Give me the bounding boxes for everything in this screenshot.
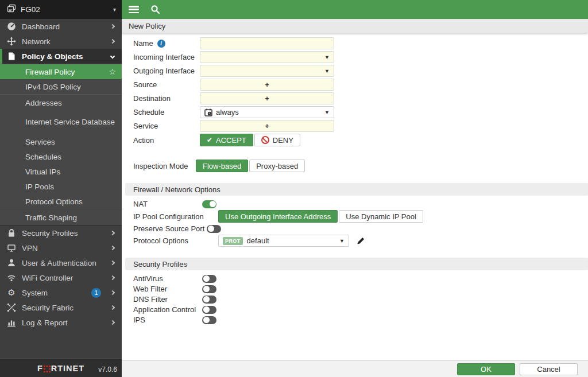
new-policy-form: Name i Incoming Interface ▼ Outgoing Int… — [122, 33, 588, 360]
nat-toggle[interactable] — [202, 200, 216, 208]
fortigate-app: FG02 ▾ Dashboard Network — [0, 0, 588, 377]
ip-pool-dynamic-button[interactable]: Use Dynamic IP Pool — [339, 210, 423, 223]
action-deny-button[interactable]: DENY — [254, 134, 300, 146]
sidebar-item-system[interactable]: ⚙ System 1 — [0, 285, 122, 300]
inspection-proxy-based-button[interactable]: Proxy-based — [249, 160, 305, 172]
gear-icon: ⚙ — [7, 288, 16, 297]
dns-filter-toggle[interactable] — [202, 296, 216, 304]
bar-chart-icon — [7, 318, 16, 327]
schedule-row: Schedule always ▼ — [133, 106, 588, 118]
protocol-options-row: Protocol Options PROT default ▼ — [133, 235, 588, 247]
firmware-version: v7.0.6 — [98, 366, 117, 374]
device-hostname: FG02 — [21, 5, 109, 14]
form-footer: OK Cancel — [122, 360, 588, 377]
outgoing-interface-select[interactable]: ▼ — [200, 65, 334, 77]
sidebar-item-services[interactable]: Services — [0, 134, 122, 149]
protocol-type-badge: PROT — [223, 237, 243, 245]
sidebar-item-vpn[interactable]: VPN — [0, 240, 122, 255]
ips-label: IPS — [133, 316, 200, 324]
sidebar-item-protocol-options[interactable]: Protocol Options — [0, 194, 122, 209]
sidebar-item-internet-service-database[interactable]: Internet Service Database — [0, 110, 122, 134]
outgoing-interface-label: Outgoing Interface — [133, 67, 200, 75]
menu-hamburger-icon[interactable] — [129, 6, 139, 13]
outgoing-interface-row: Outgoing Interface ▼ — [133, 65, 588, 77]
topbar — [122, 0, 588, 19]
ip-pool-row: IP Pool Configuration Use Outgoing Inter… — [133, 210, 588, 223]
action-row: Action ✔ ACCEPT DENY — [133, 134, 588, 146]
service-add-box[interactable]: + — [200, 120, 334, 132]
sidebar-item-virtual-ips[interactable]: Virtual IPs — [0, 164, 122, 179]
policy-objects-icon — [7, 52, 16, 61]
dns-filter-row: DNS Filter — [133, 295, 588, 304]
preserve-source-port-toggle[interactable] — [207, 225, 221, 233]
name-input[interactable] — [200, 37, 334, 49]
sidebar-item-policy-objects[interactable]: Policy & Objects — [0, 49, 122, 64]
inspection-mode-label: Inspection Mode — [133, 162, 196, 170]
destination-row: Destination + — [133, 92, 588, 104]
inspection-flow-based-button[interactable]: Flow-based — [196, 160, 248, 172]
antivirus-toggle[interactable] — [202, 275, 216, 283]
nat-row: NAT — [133, 200, 588, 208]
sidebar-item-security-profiles[interactable]: Security Profiles — [0, 226, 122, 240]
device-caret-icon: ▾ — [113, 6, 116, 13]
main-area: New Policy Name i Incoming Interface ▼ O… — [122, 0, 588, 377]
sidebar: FG02 ▾ Dashboard Network — [0, 0, 122, 377]
sidebar-item-security-fabric[interactable]: Security Fabric — [0, 300, 122, 315]
inspection-mode-row: Inspection Mode Flow-based Proxy-based — [133, 160, 588, 172]
info-icon[interactable]: i — [157, 40, 165, 48]
antivirus-label: AntiVirus — [133, 274, 200, 283]
check-icon: ✔ — [207, 136, 212, 144]
sidebar-item-traffic-shaping[interactable]: Traffic Shaping — [0, 210, 122, 225]
search-icon[interactable] — [150, 5, 160, 14]
protocol-options-select[interactable]: PROT default ▼ — [218, 235, 349, 247]
action-accept-button[interactable]: ✔ ACCEPT — [200, 134, 253, 146]
sidebar-item-ipv4-dos-policy[interactable]: IPv4 DoS Policy — [0, 79, 122, 94]
incoming-interface-row: Incoming Interface ▼ — [133, 51, 588, 63]
fortinet-logo: F RTINET — [37, 364, 84, 373]
plus-icon: + — [265, 80, 269, 89]
dns-filter-label: DNS Filter — [133, 295, 200, 304]
sidebar-item-dashboard[interactable]: Dashboard — [0, 19, 122, 34]
network-icon — [7, 37, 16, 46]
chevron-right-icon — [110, 24, 115, 29]
sidebar-item-firewall-policy[interactable]: Firewall Policy ☆ — [0, 64, 122, 79]
sidebar-item-log-report[interactable]: Log & Report — [0, 315, 122, 330]
ips-toggle[interactable] — [202, 316, 216, 324]
protocol-options-label: Protocol Options — [133, 236, 218, 245]
caret-down-icon: ▼ — [339, 238, 345, 244]
page-title: New Policy — [129, 22, 165, 30]
preserve-source-port-row: Preserve Source Port — [133, 224, 588, 233]
sidebar-item-network[interactable]: Network — [0, 34, 122, 49]
ip-pool-outgoing-button[interactable]: Use Outgoing Interface Address — [218, 210, 338, 223]
destination-add-box[interactable]: + — [200, 92, 334, 104]
security-fabric-icon — [7, 303, 16, 312]
application-control-toggle[interactable] — [202, 306, 216, 314]
service-row: Service + — [133, 120, 588, 132]
schedule-select[interactable]: always ▼ — [200, 106, 334, 118]
sidebar-item-addresses[interactable]: Addresses — [0, 95, 122, 110]
edit-pencil-icon[interactable] — [357, 236, 365, 245]
sidebar-item-schedules[interactable]: Schedules — [0, 149, 122, 164]
source-row: Source + — [133, 79, 588, 91]
favorite-star-icon[interactable]: ☆ — [109, 67, 116, 76]
deny-icon — [261, 136, 269, 144]
sidebar-item-ip-pools[interactable]: IP Pools — [0, 179, 122, 194]
sidebar-item-wifi-controller[interactable]: WiFi Controller — [0, 270, 122, 285]
service-label: Service — [133, 122, 200, 130]
fortinet-logo-o-icon — [44, 365, 51, 372]
application-control-row: Application Control — [133, 305, 588, 314]
incoming-interface-select[interactable]: ▼ — [200, 51, 334, 63]
device-selector[interactable]: FG02 ▾ — [0, 0, 122, 19]
cancel-button[interactable]: Cancel — [520, 363, 578, 375]
name-label: Name — [133, 39, 153, 48]
schedule-label: Schedule — [133, 108, 200, 116]
schedule-value: always — [216, 108, 239, 116]
section-header-security-profiles: Security Profiles — [125, 258, 588, 270]
ip-pool-label: IP Pool Configuration — [133, 212, 218, 221]
policy-objects-submenu: Firewall Policy ☆ IPv4 DoS Policy Addres… — [0, 64, 122, 226]
web-filter-toggle[interactable] — [202, 285, 216, 293]
source-add-box[interactable]: + — [200, 79, 334, 91]
ok-button[interactable]: OK — [457, 363, 515, 375]
sidebar-item-user-authentication[interactable]: User & Authentication — [0, 255, 122, 270]
name-row: Name i — [133, 37, 588, 49]
